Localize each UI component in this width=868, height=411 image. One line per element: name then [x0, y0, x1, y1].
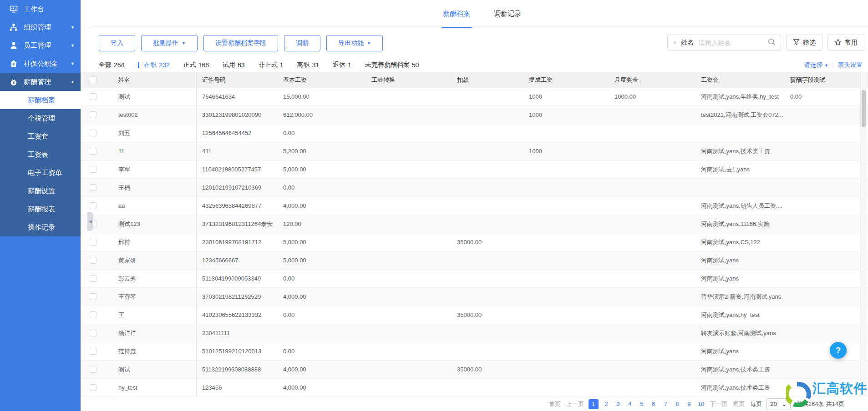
scrollbar-thumb[interactable]	[862, 90, 866, 127]
cell-证件号码: 110402198005277457	[197, 160, 278, 178]
cell-姓名: 范博垚	[106, 342, 197, 360]
sidebar-subitem-个税管理[interactable]: 个税管理	[0, 109, 81, 127]
tab-salary-archive[interactable]: 薪酬档案	[442, 0, 472, 28]
sidebar-item-员工管理[interactable]: 员工管理▼	[0, 36, 81, 55]
sidebar-item-社保公积金[interactable]: ¥社保公积金▼	[0, 55, 81, 73]
cell-工资套	[695, 124, 785, 142]
chevron-down-icon: ▼	[71, 25, 75, 30]
cell-提成工资	[523, 306, 609, 324]
cell-工资套: 河南测试,yans,年终奖,hy_test	[695, 88, 785, 105]
select-link[interactable]: 请选择▼	[804, 61, 828, 69]
page-button[interactable]: 10	[698, 401, 704, 407]
row-checkbox[interactable]	[81, 160, 106, 178]
status-tab-正式[interactable]: 正式168	[183, 61, 209, 69]
per-page-select[interactable]: 20 ⌄	[766, 398, 791, 410]
cell-工龄转换	[366, 251, 452, 269]
status-tab-count: 1	[348, 61, 351, 69]
page-button-current[interactable]: 1	[589, 399, 599, 409]
row-checkbox[interactable]	[81, 288, 106, 306]
page-button[interactable]: 4	[627, 401, 633, 407]
cell-工资套: 河南测试,yans,技术类工资	[695, 361, 785, 378]
sidebar-subitem-操作记录[interactable]: 操作记录	[0, 218, 81, 236]
row-checkbox[interactable]	[81, 342, 106, 360]
prev-page-button[interactable]: 上一页	[566, 400, 584, 408]
status-tab-退休[interactable]: 退休1	[333, 61, 351, 69]
page-button[interactable]: 6	[650, 401, 657, 407]
cell-证件号码: 511322199608088888	[197, 361, 278, 378]
row-checkbox[interactable]	[81, 215, 106, 233]
search-input[interactable]	[698, 39, 768, 47]
row-checkbox[interactable]	[81, 379, 106, 396]
cell-证件号码: 230106199708191712	[197, 233, 278, 251]
sidebar-subitem-薪酬设置[interactable]: 薪酬设置	[0, 182, 81, 200]
row-checkbox[interactable]	[81, 324, 106, 342]
cell-基本工资: 0.00	[278, 124, 366, 142]
sidebar-item-薪酬管理[interactable]: ¥薪酬管理▲	[0, 73, 81, 91]
row-checkbox[interactable]	[81, 270, 106, 287]
first-page-button[interactable]: 首页	[549, 400, 561, 408]
page-button[interactable]: 2	[603, 401, 609, 407]
sidebar-subitem-薪酬报表[interactable]: 薪酬报表	[0, 200, 81, 218]
sidebar-item-工作台[interactable]: 工作台	[0, 0, 81, 18]
row-checkbox[interactable]	[81, 106, 106, 124]
status-tab-非正式[interactable]: 非正式1	[259, 61, 284, 69]
cell-扣款: 35000.00	[452, 361, 523, 378]
page-button[interactable]: 5	[639, 401, 645, 407]
export-button[interactable]: 导出功能 ▼	[326, 35, 383, 51]
row-checkbox[interactable]	[81, 233, 106, 251]
sidebar-subitem-工资套[interactable]: 工资套	[0, 127, 81, 145]
import-button[interactable]: 导入	[99, 35, 135, 51]
row-checkbox[interactable]	[81, 251, 106, 269]
page-button[interactable]: 9	[686, 401, 692, 407]
sidebar-item-组织管理[interactable]: 组织管理▼	[0, 18, 81, 36]
row-checkbox[interactable]	[81, 306, 106, 324]
batch-operation-button[interactable]: 批量操作 ▼	[141, 35, 198, 51]
row-checkbox[interactable]	[81, 179, 106, 196]
set-salary-fields-button[interactable]: 设置薪酬档案字段	[203, 35, 278, 51]
status-tab-试用[interactable]: 试用63	[223, 61, 245, 69]
cell-基本工资: 0.00	[278, 270, 366, 287]
cell-姓名: 测试	[106, 361, 197, 378]
favorite-button[interactable]: 常用	[827, 35, 864, 51]
tab-salary-adjust-record[interactable]: 调薪记录	[492, 0, 523, 28]
page-button[interactable]: 3	[615, 401, 621, 407]
select-all-checkbox[interactable]	[81, 72, 106, 88]
row-checkbox[interactable]	[81, 361, 106, 378]
sidebar-subitem-电子工资单[interactable]: 电子工资单	[0, 164, 81, 182]
salary-adjust-button[interactable]: 调薪	[284, 35, 320, 51]
row-checkbox[interactable]	[81, 88, 106, 105]
help-button[interactable]: ?	[830, 342, 847, 359]
sidebar-expanded-group: ¥薪酬管理▲薪酬档案个税管理工资套工资表电子工资单薪酬设置薪酬报表操作记录	[0, 73, 81, 236]
sidebar-subitem-薪酬档案[interactable]: 薪酬档案	[0, 91, 81, 109]
cell-月度奖金	[609, 106, 695, 124]
cell-证件号码: 432563965844269877	[197, 197, 278, 215]
cell-薪酬字段测试	[785, 324, 868, 342]
cell-扣款	[452, 179, 523, 196]
last-page-button[interactable]: 尾页	[733, 400, 745, 408]
status-tab-全部[interactable]: 全部264	[99, 61, 124, 69]
table-row: test002330123199801020090612,000.001000t…	[81, 106, 868, 124]
sidebar-collapse-handle[interactable]: ◀	[87, 212, 93, 231]
page-button[interactable]: 8	[674, 401, 680, 407]
column-header-工龄转换: 工龄转换	[366, 72, 452, 88]
row-checkbox[interactable]	[81, 142, 106, 160]
row-checkbox[interactable]	[81, 197, 106, 215]
cell-月度奖金	[609, 142, 695, 160]
status-tab-在职[interactable]: 在职232	[138, 61, 169, 69]
table-row: 黄家研123456666675,000.00河南测试,yans	[81, 251, 868, 270]
status-tab-未完善薪酬档案[interactable]: 未完善薪酬档案50	[365, 61, 419, 69]
header-settings-link[interactable]: 表头设置	[838, 61, 863, 69]
row-checkbox[interactable]	[81, 124, 106, 142]
next-page-button[interactable]: 下一页	[710, 400, 727, 408]
page-button[interactable]: 7	[662, 401, 669, 407]
cell-姓名: hy_test	[106, 379, 197, 396]
sidebar-subitem-工资表[interactable]: 工资表	[0, 145, 81, 164]
chevron-down-icon[interactable]: ▼	[673, 40, 677, 45]
filter-button[interactable]: 筛选	[786, 35, 822, 51]
select-link-label: 请选择	[804, 61, 823, 68]
search-icon[interactable]	[768, 38, 776, 48]
cell-基本工资: 0.00	[278, 306, 366, 324]
per-page-value: 20	[770, 401, 777, 407]
status-tab-离职[interactable]: 离职31	[297, 61, 319, 69]
cell-提成工资	[523, 288, 609, 306]
